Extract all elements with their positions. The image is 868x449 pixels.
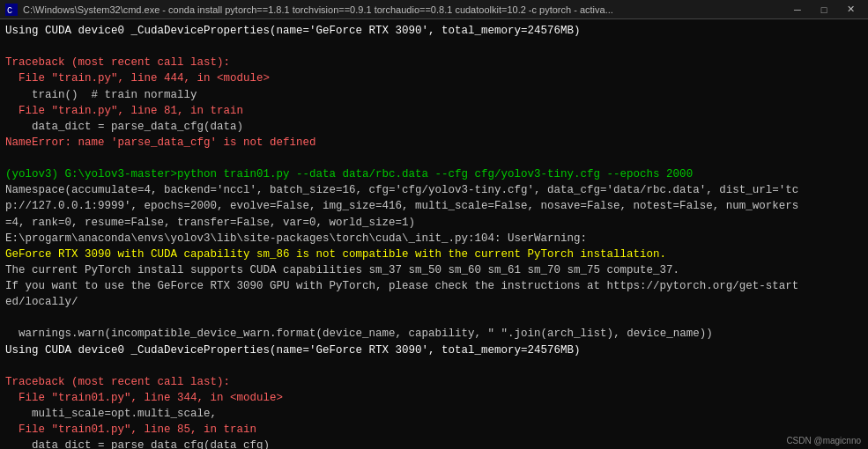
close-button[interactable]: ✕ (838, 2, 863, 18)
title-bar-left: C C:\Windows\System32\cmd.exe - conda in… (5, 4, 613, 16)
watermark: CSDN @magicnno (786, 436, 861, 445)
maximize-button[interactable]: □ (812, 2, 836, 18)
svg-text:C: C (7, 6, 12, 16)
cmd-icon: C (5, 4, 18, 16)
title-bar: C C:\Windows\System32\cmd.exe - conda in… (0, 0, 868, 19)
window-title: C:\Windows\System32\cmd.exe - conda inst… (23, 4, 613, 15)
minimize-button[interactable]: ─ (785, 2, 810, 18)
title-bar-buttons: ─ □ ✕ (785, 2, 863, 18)
terminal-output: Using CUDA device0 _CudaDeviceProperties… (0, 19, 868, 449)
